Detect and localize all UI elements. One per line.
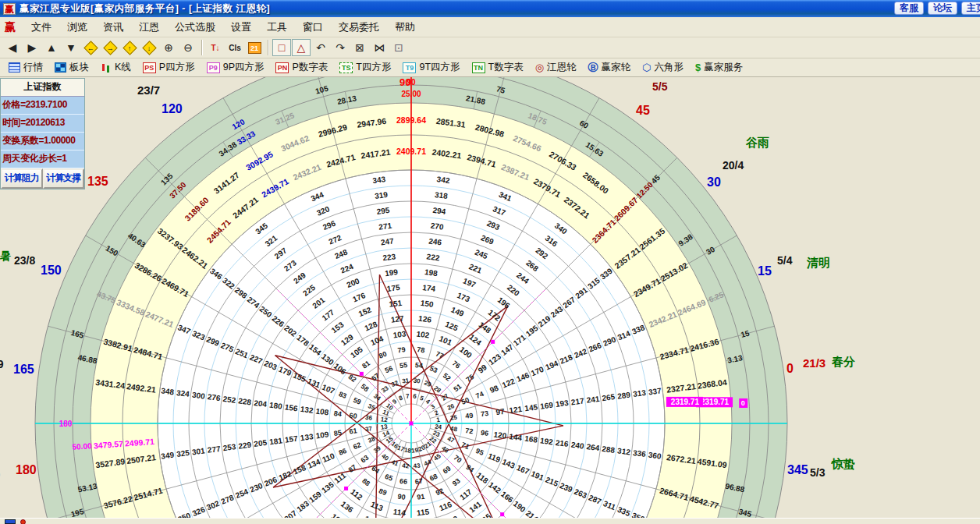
svg-text:115: 115 — [416, 507, 430, 517]
svg-text:241: 241 — [586, 395, 600, 405]
wheel-outer-label-180: 180 — [16, 463, 37, 476]
zoom-out-button[interactable]: ⊖ — [179, 39, 197, 56]
svg-text:60: 60 — [349, 412, 357, 420]
svg-text:66: 66 — [399, 477, 408, 486]
svg-text:252: 252 — [222, 395, 236, 405]
center-fit-button[interactable]: ⋈ — [370, 39, 389, 56]
sectors-label: 板块 — [69, 61, 89, 74]
hexagon-button[interactable]: ⬡六角形 — [638, 58, 690, 76]
t-table-button[interactable]: TNT数字表 — [468, 58, 530, 76]
menu-item-江恩[interactable]: 江恩 — [131, 18, 167, 37]
presentation-screen-button[interactable]: ⊡ — [389, 39, 408, 56]
calendar-button[interactable]: 21 — [245, 39, 264, 56]
p-square-button[interactable]: PSP四方形 — [139, 58, 201, 76]
gann-wheel[interactable]: 1234567891011121314151617181920212223242… — [0, 77, 980, 518]
quotes-button[interactable]: 行情 — [5, 58, 49, 76]
gann-wheel-button[interactable]: ◎江恩轮 — [531, 58, 583, 76]
menu-item-窗口[interactable]: 窗口 — [295, 18, 331, 37]
updown-axis-button[interactable]: T↓ — [206, 39, 225, 56]
svg-text:49: 49 — [465, 412, 474, 420]
titlebar-button-主页[interactable]: 主页 — [961, 2, 980, 15]
pan-right-button[interactable]: → — [101, 39, 119, 56]
wheel-outer-label-惊蛰: 惊蛰 — [831, 457, 855, 470]
menu-item-帮助[interactable]: 帮助 — [387, 18, 423, 37]
svg-text:90: 90 — [397, 493, 406, 501]
menu-item-公式选股[interactable]: 公式选股 — [167, 18, 223, 37]
p-table-label: P数字表 — [292, 61, 328, 74]
svg-text:2899.64: 2899.64 — [396, 115, 426, 125]
svg-text:168: 168 — [524, 434, 538, 444]
pan-down-button[interactable]: ↓ — [140, 39, 158, 56]
svg-text:205: 205 — [254, 438, 268, 448]
svg-text:48: 48 — [449, 425, 458, 433]
svg-text:157: 157 — [284, 434, 298, 444]
pan-down-icon: ↓ — [142, 41, 156, 55]
svg-text:288: 288 — [602, 444, 616, 455]
svg-text:276: 276 — [207, 392, 221, 402]
svg-text:229: 229 — [238, 441, 252, 451]
triangle-tool-button[interactable]: △ — [292, 39, 311, 56]
cls-button[interactable]: Cls — [225, 39, 244, 56]
9t-square-button[interactable]: T99T四方形 — [399, 58, 466, 76]
presentation-screen-icon: ⊡ — [394, 41, 403, 54]
menu-item-设置[interactable]: 设置 — [223, 18, 259, 37]
svg-text:108: 108 — [315, 406, 329, 416]
winner-wheel-icon: Ⓑ — [588, 62, 598, 73]
next-arrow-button[interactable]: ▶ — [23, 39, 41, 56]
svg-text:253: 253 — [222, 442, 236, 452]
svg-text:246: 246 — [428, 236, 442, 246]
svg-text:12: 12 — [380, 416, 389, 423]
doc-icon — [5, 519, 16, 524]
titlebar-button-论坛[interactable]: 论坛 — [928, 2, 957, 15]
svg-text:180: 180 — [269, 401, 283, 411]
prev-arrow-button[interactable]: ◀ — [3, 39, 22, 56]
svg-text:97: 97 — [495, 407, 506, 416]
svg-text:67: 67 — [414, 477, 423, 486]
pan-left-button[interactable]: ← — [81, 39, 100, 56]
svg-text:193: 193 — [555, 398, 569, 409]
svg-text:145: 145 — [524, 402, 538, 412]
down-arrow-button[interactable]: ▼ — [62, 39, 80, 56]
svg-text:79: 79 — [397, 345, 406, 354]
titlebar-button-客服[interactable]: 客服 — [894, 2, 924, 15]
svg-text:156: 156 — [284, 402, 298, 412]
9t-square-label: 9T四方形 — [419, 61, 460, 74]
panel-buttons: 计算阻力计算支撑 — [1, 168, 84, 189]
svg-text:84: 84 — [333, 409, 342, 418]
up-arrow-button[interactable]: ▲ — [42, 39, 61, 56]
menu-item-交易委托[interactable]: 交易委托 — [331, 18, 387, 37]
zoom-out-icon: ⊖ — [183, 41, 193, 54]
sectors-button[interactable]: 板块 — [51, 58, 95, 76]
title-bar: 赢 赢家江恩专业版[赢家内部服务平台] - [上证指数 江恩轮] 客服论坛主页 — [0, 0, 980, 17]
kline-button[interactable]: K线 — [97, 58, 137, 76]
9p-square-button[interactable]: P99P四方形 — [203, 58, 271, 76]
next-arrow-icon: ▶ — [28, 41, 37, 54]
panel-button-计算支撑[interactable]: 计算支撑 — [43, 168, 85, 189]
t-square-button[interactable]: TST四方形 — [336, 58, 397, 76]
wheel-outer-label-30: 30 — [707, 175, 721, 189]
menu-item-文件[interactable]: 文件 — [23, 18, 59, 37]
svg-text:151: 151 — [389, 299, 403, 309]
hexagon-label: 六角形 — [654, 61, 684, 74]
panel-button-计算阻力[interactable]: 计算阻力 — [1, 168, 43, 189]
svg-text:289: 289 — [617, 391, 631, 401]
menu-item-工具[interactable]: 工具 — [259, 18, 295, 37]
p-table-button[interactable]: PNP数字表 — [272, 58, 334, 76]
winner-service-button[interactable]: $赢家服务 — [691, 58, 749, 76]
p-square-icon: PS — [143, 62, 156, 73]
zoom-in-button[interactable]: ⊕ — [159, 39, 178, 56]
status-bar — [0, 518, 980, 524]
menu-item-浏览[interactable]: 浏览 — [59, 18, 95, 37]
updown-axis-icon: T↓ — [211, 44, 219, 52]
rotate-cw-button[interactable]: ↷ — [331, 39, 350, 56]
menu-item-资讯[interactable]: 资讯 — [95, 18, 131, 37]
rotate-ccw-button[interactable]: ↶ — [311, 39, 330, 56]
winner-wheel-button[interactable]: Ⓑ赢家轮 — [584, 58, 637, 76]
svg-text:31: 31 — [402, 377, 410, 384]
svg-text:349: 349 — [161, 451, 175, 461]
maximize-box-button[interactable]: ⊠ — [350, 39, 369, 56]
pan-up-button[interactable]: ↑ — [120, 39, 139, 56]
square-tool-button[interactable]: □ — [272, 39, 291, 56]
svg-text:2409.71: 2409.71 — [396, 147, 426, 156]
chart-area: 1234567891011121314151617181920212223242… — [0, 77, 980, 518]
